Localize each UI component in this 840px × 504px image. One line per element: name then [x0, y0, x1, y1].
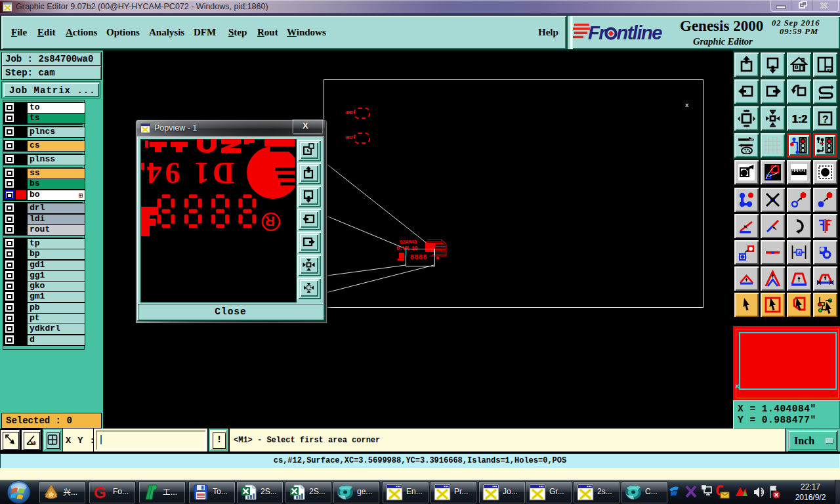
- svg-text:02AM43: 02AM43: [400, 239, 417, 245]
- svg-text:R: R: [265, 214, 275, 229]
- svg-text:D1 94: D1 94: [143, 156, 234, 190]
